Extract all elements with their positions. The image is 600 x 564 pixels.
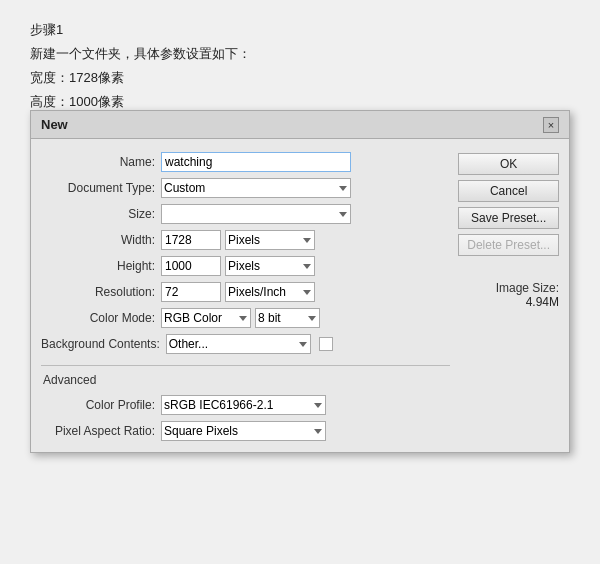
close-icon: × (548, 119, 554, 131)
aspect-row: Pixel Aspect Ratio: Square Pixels (41, 420, 450, 442)
bg-select[interactable]: Other... White Background Color Transpar… (166, 334, 311, 354)
dialog-titlebar: New × (31, 111, 569, 139)
bg-label: Background Contents: (41, 337, 166, 351)
doctype-row: Document Type: Custom (41, 177, 450, 199)
bitdepth-select[interactable]: 8 bit 16 bit 32 bit (255, 308, 320, 328)
height-row: Height: Pixels Inches cm (41, 255, 450, 277)
resolution-label: Resolution: (41, 285, 161, 299)
advanced-divider (41, 365, 450, 366)
size-select[interactable] (161, 204, 351, 224)
resolution-control-area: Pixels/Inch Pixels/cm (161, 282, 450, 302)
profile-label: Color Profile: (41, 398, 161, 412)
height-input[interactable] (161, 256, 221, 276)
resolution-input[interactable] (161, 282, 221, 302)
cancel-button[interactable]: Cancel (458, 180, 559, 202)
colormode-label: Color Mode: (41, 311, 161, 325)
close-button[interactable]: × (543, 117, 559, 133)
image-size-label: Image Size: (458, 281, 559, 295)
name-label: Name: (41, 155, 161, 169)
dialog-title: New (41, 117, 68, 132)
name-control-area (161, 152, 450, 172)
doctype-control-area: Custom (161, 178, 450, 198)
size-label: Size: (41, 207, 161, 221)
bg-control-area: Other... White Background Color Transpar… (166, 334, 451, 354)
height-unit-select[interactable]: Pixels Inches cm (225, 256, 315, 276)
delete-preset-button[interactable]: Delete Preset... (458, 234, 559, 256)
resolution-row: Resolution: Pixels/Inch Pixels/cm (41, 281, 450, 303)
profile-row: Color Profile: sRGB IEC61966-2.1 (41, 394, 450, 416)
name-row: Name: (41, 151, 450, 173)
aspect-select[interactable]: Square Pixels (161, 421, 326, 441)
aspect-control-area: Square Pixels (161, 421, 450, 441)
colormode-row: Color Mode: RGB Color CMYK Color Graysca… (41, 307, 450, 329)
width-input[interactable] (161, 230, 221, 250)
instruction-line3: 宽度：1728像素 (30, 66, 570, 90)
doctype-label: Document Type: (41, 181, 161, 195)
profile-control-area: sRGB IEC61966-2.1 (161, 395, 450, 415)
width-label: Width: (41, 233, 161, 247)
doctype-select[interactable]: Custom (161, 178, 351, 198)
bg-color-swatch[interactable] (319, 337, 333, 351)
save-preset-button[interactable]: Save Preset... (458, 207, 559, 229)
dialog-body: Name: Document Type: Custom Size: (31, 139, 569, 452)
size-row: Size: (41, 203, 450, 225)
profile-select[interactable]: sRGB IEC61966-2.1 (161, 395, 326, 415)
width-row: Width: Pixels Inches cm (41, 229, 450, 251)
advanced-label: Advanced (41, 373, 450, 387)
size-control-area (161, 204, 450, 224)
aspect-label: Pixel Aspect Ratio: (41, 424, 161, 438)
image-size-value: 4.94M (458, 295, 559, 309)
resolution-unit-select[interactable]: Pixels/Inch Pixels/cm (225, 282, 315, 302)
bg-row: Background Contents: Other... White Back… (41, 333, 450, 355)
colormode-select[interactable]: RGB Color CMYK Color Grayscale (161, 308, 251, 328)
ok-button[interactable]: OK (458, 153, 559, 175)
height-label: Height: (41, 259, 161, 273)
width-control-area: Pixels Inches cm (161, 230, 450, 250)
image-size-area: Image Size: 4.94M (458, 281, 559, 309)
instruction-line2: 新建一个文件夹，具体参数设置如下： (30, 42, 570, 66)
instruction-line1: 步骤1 (30, 18, 570, 42)
height-control-area: Pixels Inches cm (161, 256, 450, 276)
width-unit-select[interactable]: Pixels Inches cm (225, 230, 315, 250)
new-dialog: New × Name: Document Type: Custom (30, 110, 570, 453)
colormode-control-area: RGB Color CMYK Color Grayscale 8 bit 16 … (161, 308, 450, 328)
dialog-buttons-panel: OK Cancel Save Preset... Delete Preset..… (458, 151, 559, 442)
name-input[interactable] (161, 152, 351, 172)
dialog-form: Name: Document Type: Custom Size: (41, 151, 450, 442)
